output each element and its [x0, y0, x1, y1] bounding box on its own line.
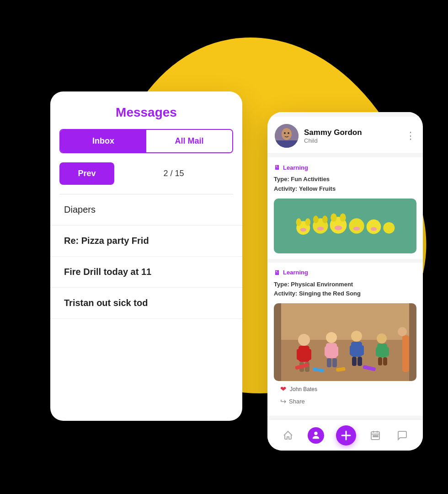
messages-header: Messages: [50, 91, 242, 129]
message-text-diapers: Diapers: [64, 204, 96, 215]
profile-header: Sammy Gordon Child ⋮: [267, 117, 423, 154]
svg-point-25: [298, 334, 310, 346]
more-options-icon[interactable]: ⋮: [405, 130, 416, 142]
message-item-fire-drill[interactable]: Fire Drill today at 11: [50, 257, 242, 288]
messages-title: Messages: [116, 105, 177, 119]
pagination-row: Prev 2 / 15: [59, 162, 233, 185]
learning-icon-1: 🖥: [274, 164, 280, 171]
card-2-activity-value: Singing the Red Song: [299, 290, 361, 297]
svg-point-18: [300, 228, 306, 231]
svg-rect-41: [352, 357, 357, 366]
svg-point-2: [284, 132, 286, 134]
svg-rect-64: [377, 435, 378, 437]
svg-point-9: [349, 218, 364, 233]
messages-panel: Messages Inbox All Mail Prev 2 / 15 Diap…: [50, 91, 242, 421]
card-1-tag: 🖥 Learning: [274, 164, 416, 171]
tab-inbox[interactable]: Inbox: [60, 130, 146, 152]
page-count: 2 / 15: [114, 169, 233, 178]
svg-point-19: [317, 226, 324, 230]
svg-rect-39: [350, 345, 354, 355]
learning-icon-2: 🖥: [274, 269, 280, 276]
svg-point-22: [371, 227, 377, 231]
nav-chat-icon[interactable]: [395, 428, 410, 443]
card-1-image: [274, 199, 416, 253]
svg-point-37: [351, 331, 362, 342]
svg-rect-45: [376, 347, 379, 356]
svg-point-31: [326, 332, 337, 343]
avatar: [275, 124, 299, 148]
child-panel: Sammy Gordon Child ⋮ 🖥 Learning Type: Fu…: [267, 112, 423, 451]
card-2-tag-label: Learning: [283, 269, 308, 276]
svg-point-11: [383, 222, 395, 233]
message-text-pizza: Re: Pizza party Frid: [64, 236, 149, 246]
feed-card-1: 🖥 Learning Type: Fun Activities Activity…: [267, 157, 423, 259]
message-item-tristan[interactable]: Tristan out sick tod: [50, 288, 242, 319]
profile-info: Sammy Gordon Child: [304, 128, 405, 144]
card-1-tag-label: Learning: [283, 164, 308, 171]
profile-name: Sammy Gordon: [304, 128, 405, 137]
card-2-activity-label: Activity:: [274, 290, 297, 297]
svg-rect-42: [357, 357, 362, 366]
share-row[interactable]: ↪ Share: [274, 395, 416, 410]
svg-rect-28: [307, 349, 311, 360]
card-2-tag: 🖥 Learning: [274, 269, 416, 276]
card-1-activity-label: Activity:: [274, 185, 297, 192]
svg-point-12: [296, 218, 302, 226]
svg-rect-48: [383, 357, 387, 365]
svg-rect-63: [375, 435, 376, 437]
svg-rect-62: [373, 435, 374, 437]
profile-role: Child: [304, 137, 405, 144]
svg-point-21: [353, 226, 360, 230]
activity-feed: 🖥 Learning Type: Fun Activities Activity…: [267, 154, 423, 419]
message-item-pizza[interactable]: Re: Pizza party Frid: [50, 226, 242, 257]
svg-rect-40: [360, 345, 364, 355]
svg-point-43: [377, 333, 387, 344]
svg-rect-46: [385, 347, 389, 356]
svg-point-16: [331, 213, 336, 221]
svg-rect-34: [334, 346, 338, 356]
tab-all-mail[interactable]: All Mail: [146, 130, 232, 152]
nav-calendar-icon[interactable]: [368, 428, 383, 443]
svg-point-10: [367, 219, 381, 234]
message-item-diapers[interactable]: Diapers: [50, 194, 242, 226]
card-1-activity-value: Yellow Fruits: [299, 185, 336, 192]
avatar-image: [275, 124, 299, 148]
nav-person-icon[interactable]: [308, 427, 324, 444]
svg-rect-47: [378, 357, 382, 365]
card-2-image: [274, 303, 416, 381]
heart-icon: ❤: [280, 385, 286, 393]
svg-rect-53: [402, 335, 409, 372]
fruit-scene: [274, 199, 416, 253]
tabs-row: Inbox All Mail: [59, 129, 233, 153]
reaction-name: John Bates: [290, 386, 317, 392]
message-text-tristan: Tristan out sick tod: [64, 298, 148, 308]
feed-card-2: 🖥 Learning Type: Physical Environment Ac…: [267, 263, 423, 416]
card-2-meta: Type: Physical Environment Activity: Sin…: [274, 280, 416, 299]
svg-rect-24: [281, 303, 409, 340]
svg-rect-36: [332, 358, 337, 367]
card-1-type-label: Type:: [274, 176, 289, 183]
nav-add-button[interactable]: [336, 425, 356, 446]
svg-point-20: [335, 226, 342, 230]
bottom-nav: [267, 419, 423, 451]
svg-rect-33: [325, 346, 329, 356]
card-2-type-value: Physical Environment: [291, 281, 353, 288]
message-text-fire-drill: Fire Drill today at 11: [64, 267, 151, 277]
svg-rect-35: [327, 358, 331, 367]
svg-point-54: [398, 327, 407, 336]
svg-point-3: [288, 132, 289, 134]
svg-point-14: [313, 215, 319, 223]
svg-point-13: [305, 218, 311, 226]
svg-point-1: [282, 128, 292, 140]
reactions-row: ❤ John Bates: [274, 381, 416, 395]
svg-point-17: [340, 213, 346, 221]
card-1-meta: Type: Fun Activities Activity: Yellow Fr…: [274, 175, 416, 194]
svg-point-55: [314, 431, 317, 435]
svg-point-15: [322, 215, 328, 223]
svg-rect-4: [275, 140, 299, 148]
card-1-type-value: Fun Activities: [291, 176, 330, 183]
nav-home-icon[interactable]: [281, 428, 295, 443]
prev-button[interactable]: Prev: [59, 162, 114, 185]
card-2-type-label: Type:: [274, 281, 289, 288]
share-label: Share: [289, 398, 305, 405]
